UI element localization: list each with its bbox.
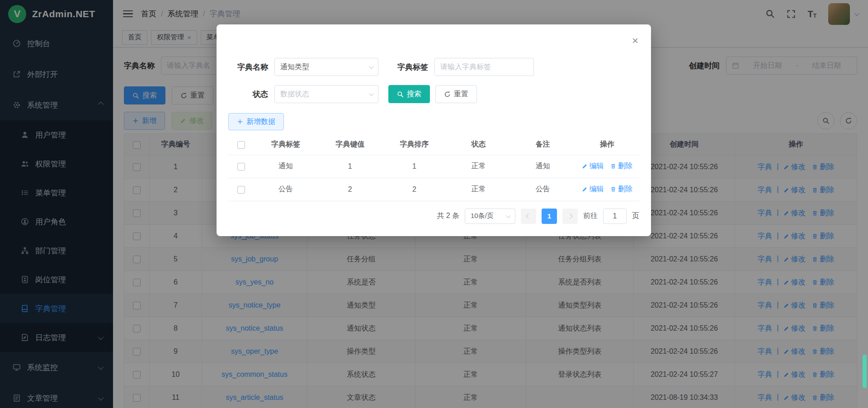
column-header-dict-value: 字典键值 [318, 135, 382, 155]
status-label: 状态 [228, 89, 268, 100]
pagination-total: 共 2 条 [437, 211, 459, 221]
edit-link[interactable]: 编辑 [582, 161, 604, 171]
select-placeholder: 数据状态 [280, 90, 309, 99]
column-header-operations: 操作 [575, 135, 639, 155]
search-icon [397, 91, 404, 98]
select-all-checkbox[interactable] [237, 141, 245, 149]
close-icon[interactable]: × [632, 35, 638, 46]
edit-icon [582, 186, 588, 192]
cell-dict-value: 1 [318, 155, 382, 178]
dict-label-input[interactable] [434, 58, 534, 76]
column-header-dict-label: 字典标签 [254, 135, 318, 155]
delete-link[interactable]: 删除 [610, 185, 632, 194]
dict-data-table: 字典标签 字典键值 字典排序 状态 备注 操作 通知 1 1 正常 通知 编 [228, 135, 639, 201]
edit-link[interactable]: 编辑 [582, 185, 604, 194]
row-checkbox[interactable] [237, 186, 245, 194]
dialog-filter-row-2: 状态 数据状态 搜索 重置 [228, 85, 639, 103]
scrollbar-thumb[interactable] [863, 355, 867, 388]
dict-data-dialog: × 字典名称 通知类型 字典标签 状态 数据状态 搜索 重置 新增数据 [217, 24, 651, 236]
dict-name-select[interactable]: 通知类型 [274, 58, 378, 76]
cell-dict-value: 2 [318, 178, 382, 201]
dict-label-label: 字典标签 [388, 62, 428, 72]
trash-icon [610, 186, 616, 192]
cell-dict-sort: 2 [382, 178, 446, 201]
dict-name-label: 字典名称 [228, 62, 268, 72]
trash-icon [610, 163, 616, 169]
goto-page-input[interactable] [603, 209, 627, 224]
row-checkbox[interactable] [237, 163, 245, 171]
column-header-status: 状态 [446, 135, 510, 155]
add-data-button[interactable]: 新增数据 [228, 113, 284, 130]
cell-remark: 公告 [511, 178, 575, 201]
delete-link[interactable]: 删除 [610, 161, 632, 171]
selected-value: 通知类型 [280, 62, 309, 72]
selected-value: 10条/页 [471, 212, 494, 220]
cell-remark: 通知 [511, 155, 575, 178]
chevron-down-icon [506, 213, 511, 218]
page-unit-label: 页 [632, 211, 639, 221]
goto-label: 前往 [583, 211, 598, 221]
column-header-remark: 备注 [511, 135, 575, 155]
chevron-right-icon [567, 213, 572, 218]
cell-status: 正常 [446, 155, 510, 178]
table-header-row: 字典标签 字典键值 字典排序 状态 备注 操作 [228, 135, 639, 155]
table-row: 通知 1 1 正常 通知 编辑 删除 [228, 155, 639, 178]
current-page-button[interactable]: 1 [542, 209, 557, 224]
dialog-search-button[interactable]: 搜索 [388, 85, 430, 103]
dialog-filter-row-1: 字典名称 通知类型 字典标签 [228, 58, 639, 76]
cell-status: 正常 [446, 178, 510, 201]
pagination: 共 2 条 10条/页 1 前往 页 [228, 209, 639, 224]
dialog-reset-button[interactable]: 重置 [435, 85, 477, 103]
cell-dict-sort: 1 [382, 155, 446, 178]
refresh-icon [444, 91, 451, 98]
edit-icon [582, 163, 588, 169]
plus-icon [237, 119, 243, 125]
status-select[interactable]: 数据状态 [274, 85, 378, 103]
cell-operations: 编辑 删除 [575, 155, 639, 178]
chevron-left-icon [526, 213, 531, 218]
table-row: 公告 2 2 正常 公告 编辑 删除 [228, 178, 639, 201]
cell-dict-label: 通知 [254, 155, 318, 178]
prev-page-button[interactable] [521, 209, 536, 224]
chevron-down-icon [369, 91, 374, 96]
chevron-down-icon [369, 64, 374, 69]
next-page-button[interactable] [562, 209, 578, 224]
cell-dict-label: 公告 [254, 178, 318, 201]
column-header-dict-sort: 字典排序 [382, 135, 446, 155]
page-size-select[interactable]: 10条/页 [465, 209, 515, 224]
cell-operations: 编辑 删除 [575, 178, 639, 201]
